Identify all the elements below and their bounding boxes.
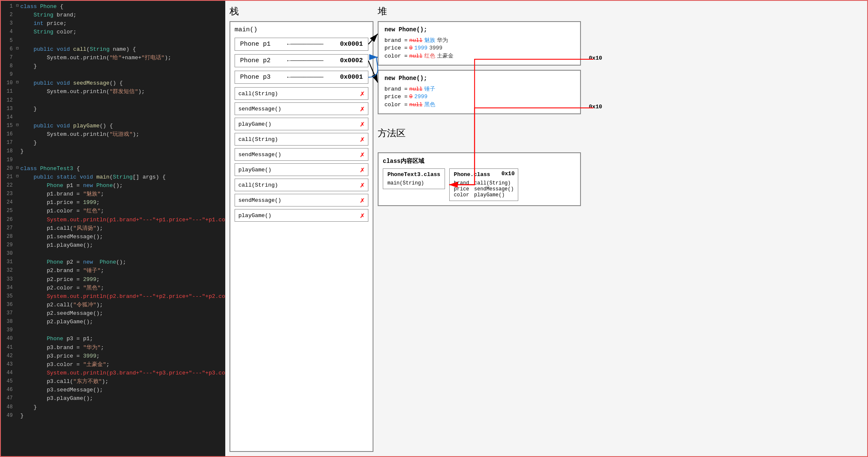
cross-icon: ✗ bbox=[360, 119, 365, 129]
line-content: System.out.println(p2.brand+"---"+p2.pri… bbox=[20, 292, 225, 301]
line-content: System.out.println("玩游戏"); bbox=[20, 130, 225, 139]
class-inner: PhoneText3.classmain(String)Phone.classb… bbox=[383, 168, 576, 201]
heap-null-value: null bbox=[409, 102, 423, 108]
call-box-label: sendMessage() bbox=[238, 106, 281, 112]
method-area-title: 方法区 bbox=[378, 127, 581, 140]
line-content: class PhoneTest3 { bbox=[20, 165, 225, 173]
code-line: 22 Phone p1 = new Phone(); bbox=[1, 182, 225, 190]
heap-object-1: new Phone();brand = null 锤子price = 0 299… bbox=[378, 70, 581, 114]
line-number: 19 bbox=[1, 156, 16, 164]
code-line: 40 Phone p3 = p1; bbox=[1, 335, 225, 343]
line-content: p1.brand = "魅族"; bbox=[20, 190, 225, 198]
line-collapse: ⊟ bbox=[16, 165, 20, 171]
code-line: 25 p1.color = "红色"; bbox=[1, 207, 225, 215]
code-line: 41 p3.brand = "华为"; bbox=[1, 344, 225, 352]
code-line: 9 bbox=[1, 71, 225, 79]
stack-title: 栈 bbox=[229, 5, 373, 18]
line-number: 33 bbox=[1, 275, 16, 284]
heap-value-2: 华为 bbox=[437, 36, 448, 44]
code-line: 37 p2.seedMessage(); bbox=[1, 309, 225, 318]
frame-addr: 0x0001 bbox=[340, 74, 363, 81]
cross-icon: ✗ bbox=[360, 165, 365, 174]
code-line: 42 p3.price = 3999; bbox=[1, 352, 225, 361]
line-number: 20 bbox=[1, 165, 16, 173]
heap-field: color = null 红色 土豪金 bbox=[384, 52, 574, 60]
frame-label: Phone p3 bbox=[240, 74, 271, 81]
code-line: 20⊟class PhoneTest3 { bbox=[1, 165, 225, 173]
line-content: p3.seedMessage(); bbox=[20, 386, 225, 394]
stack-frames: Phone p1 ←────────── 0x0001Phone p2 ←───… bbox=[235, 38, 368, 84]
line-content: p1.price = 1999; bbox=[20, 198, 225, 207]
line-content: p2.price = 2999; bbox=[20, 275, 225, 284]
code-line: 31 Phone p2 = new Phone(); bbox=[1, 258, 225, 267]
heap-field: price = 0 2999 bbox=[384, 94, 574, 100]
call-box-label: call(String) bbox=[238, 91, 278, 97]
line-content: System.out.println("给"+name+"打电话"); bbox=[20, 54, 225, 62]
code-line: 26 System.out.println(p1.brand+"---"+p1.… bbox=[1, 216, 225, 224]
code-line: 19 bbox=[1, 156, 225, 165]
line-content: String brand; bbox=[20, 11, 225, 19]
call-box-label: sendMessage() bbox=[238, 197, 281, 204]
line-number: 28 bbox=[1, 233, 16, 241]
stack-frame: Phone p3 ←────────── 0x0001 bbox=[235, 71, 368, 84]
heap-value-1: 红色 bbox=[424, 52, 435, 60]
line-content: p1.call("风清扬"); bbox=[20, 224, 225, 233]
line-content bbox=[20, 96, 225, 105]
code-line: 24 p1.price = 1999; bbox=[1, 198, 225, 207]
heap-field: brand = null 魅族 华为 bbox=[384, 36, 574, 44]
line-content: p3.color = "土豪金"; bbox=[20, 361, 225, 369]
frame-arrow: ←────────── bbox=[287, 58, 323, 64]
line-number: 1 bbox=[1, 3, 16, 11]
line-content bbox=[20, 250, 225, 258]
heap-value-2: 3999 bbox=[429, 45, 442, 51]
call-box: call(String)✗ bbox=[235, 87, 368, 100]
line-collapse: ⊟ bbox=[16, 122, 20, 129]
call-box: sendMessage()✗ bbox=[235, 102, 368, 115]
line-number: 29 bbox=[1, 241, 16, 249]
cross-icon: ✗ bbox=[360, 150, 365, 159]
call-box-label: call(String) bbox=[238, 136, 278, 143]
line-content: p2.call("令狐冲"); bbox=[20, 301, 225, 309]
line-content: p2.seedMessage(); bbox=[20, 309, 225, 318]
call-box: call(String)✗ bbox=[235, 133, 368, 146]
method-area-box: class内容区域 PhoneText3.classmain(String)Ph… bbox=[378, 152, 581, 206]
heap-object-0: new Phone();brand = null 魅族 华为price = 0 … bbox=[378, 21, 581, 66]
line-content: } bbox=[20, 147, 225, 156]
line-content: } bbox=[20, 403, 225, 412]
line-number: 49 bbox=[1, 412, 16, 420]
code-line: 46 p3.seedMessage(); bbox=[1, 386, 225, 394]
heap-object-addr: 0x10 bbox=[589, 104, 602, 110]
class-name: PhoneText3.class bbox=[387, 171, 440, 178]
heap-value-1: 锤子 bbox=[424, 85, 435, 93]
code-line: 11 System.out.println("群发短信"); bbox=[1, 88, 225, 96]
line-content: class Phone { bbox=[20, 3, 225, 11]
line-number: 35 bbox=[1, 292, 16, 300]
line-number: 6 bbox=[1, 45, 16, 53]
call-box: sendMessage()✗ bbox=[235, 194, 368, 206]
line-number: 13 bbox=[1, 105, 16, 113]
cross-icon: ✗ bbox=[360, 89, 365, 98]
line-number: 10 bbox=[1, 79, 16, 87]
call-box-label: playGame() bbox=[238, 121, 271, 127]
line-number: 17 bbox=[1, 139, 16, 147]
line-content: p2.color = "黑色"; bbox=[20, 284, 225, 292]
stack-section: 栈 main() Phone p1 ←────────── 0x0001Phon… bbox=[229, 5, 373, 452]
line-number: 26 bbox=[1, 216, 16, 224]
line-number: 25 bbox=[1, 207, 16, 215]
main-label: main() bbox=[235, 26, 368, 33]
code-line: 18 } bbox=[1, 147, 225, 156]
line-number: 39 bbox=[1, 326, 16, 334]
line-number: 38 bbox=[1, 318, 16, 326]
frame-label: Phone p1 bbox=[240, 41, 271, 48]
code-line: 21⊟ public static void main(String[] arg… bbox=[1, 173, 225, 182]
line-content: String color; bbox=[20, 28, 225, 36]
heap-objects: new Phone();brand = null 魅族 华为price = 0 … bbox=[378, 21, 581, 118]
call-box: playGame()✗ bbox=[235, 209, 368, 222]
class-method: main(String) bbox=[387, 180, 440, 186]
code-line: 16 System.out.println("玩游戏"); bbox=[1, 130, 225, 139]
code-panel: 1⊟class Phone {2 String brand;3 int pric… bbox=[1, 1, 225, 457]
line-content: p3.brand = "华为"; bbox=[20, 344, 225, 352]
code-line: 44 System.out.println(p3.brand+"---"+p3.… bbox=[1, 369, 225, 377]
line-number: 16 bbox=[1, 130, 16, 138]
code-line: 28 p1.seedMessage(); bbox=[1, 233, 225, 241]
